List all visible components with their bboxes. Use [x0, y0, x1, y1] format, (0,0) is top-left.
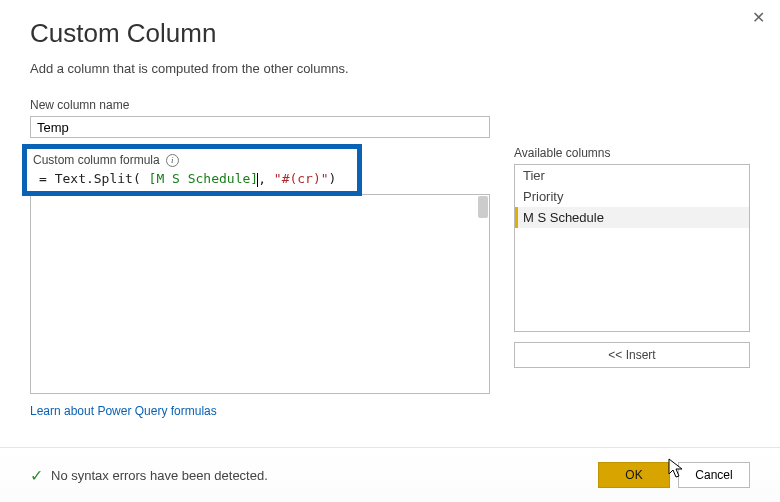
formula-textarea[interactable] — [30, 194, 490, 394]
formula-func: Text.Split( — [55, 171, 141, 186]
status-bar: ✓ No syntax errors have been detected. — [30, 466, 268, 485]
formula-label: Custom column formula i — [33, 153, 351, 167]
dialog-subtitle: Add a column that is computed from the o… — [30, 61, 750, 76]
dialog-title: Custom Column — [30, 18, 750, 49]
dialog-footer: ✓ No syntax errors have been detected. O… — [0, 447, 780, 502]
status-text: No syntax errors have been detected. — [51, 468, 268, 483]
insert-button[interactable]: << Insert — [514, 342, 750, 368]
formula-sep: , — [258, 171, 274, 186]
ok-button[interactable]: OK — [598, 462, 670, 488]
cancel-button[interactable]: Cancel — [678, 462, 750, 488]
info-icon[interactable]: i — [166, 154, 179, 167]
formula-eq: = — [39, 171, 55, 186]
learn-link[interactable]: Learn about Power Query formulas — [30, 404, 217, 418]
formula-column-ref: [M S Schedule] — [141, 171, 258, 186]
list-item[interactable]: M S Schedule — [515, 207, 749, 228]
list-item[interactable]: Priority — [515, 186, 749, 207]
formula-input[interactable]: = Text.Split( [M S Schedule], "#(cr)") — [33, 169, 351, 189]
formula-highlight: Custom column formula i = Text.Split( [M… — [22, 144, 362, 196]
column-name-input[interactable] — [30, 116, 490, 138]
formula-close: ) — [329, 171, 337, 186]
column-name-label: New column name — [30, 98, 750, 112]
formula-label-text: Custom column formula — [33, 153, 160, 167]
list-item[interactable]: Tier — [515, 165, 749, 186]
formula-string: "#(cr)" — [274, 171, 329, 186]
close-icon[interactable]: ✕ — [752, 8, 765, 27]
scrollbar-thumb[interactable] — [478, 196, 488, 218]
available-columns-list[interactable]: Tier Priority M S Schedule — [514, 164, 750, 332]
available-columns-label: Available columns — [514, 146, 750, 160]
check-icon: ✓ — [30, 466, 43, 485]
